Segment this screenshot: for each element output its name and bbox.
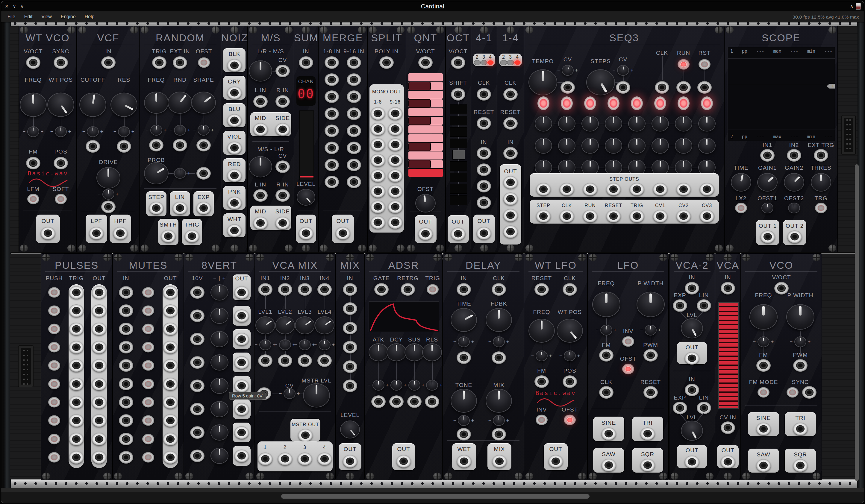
adsr-port[interactable] [371,395,385,408]
seq3-step-led[interactable] [608,96,620,110]
quantizer-keyboard[interactable] [408,73,443,180]
adsr-port[interactable] [407,395,422,408]
vca-mix-port[interactable] [258,283,273,296]
mutes-button[interactable] [142,434,154,444]
wt-vco-port[interactable] [54,56,68,69]
mutes-button[interactable] [142,397,154,408]
black-key-cap[interactable] [408,160,431,168]
wt-lfo-port[interactable] [549,455,563,468]
mutes-port[interactable] [119,378,133,390]
vca-2-knob[interactable] [681,421,703,441]
adsr-button[interactable] [427,284,439,295]
white-key[interactable] [408,108,443,116]
demux-1-4-port[interactable] [503,225,518,238]
m-s-port[interactable] [253,217,268,229]
split-port[interactable] [371,154,385,166]
merge-port[interactable] [347,107,361,120]
8vert-port[interactable] [190,426,205,439]
vca-mix-port[interactable] [318,354,332,367]
merge-port[interactable] [347,73,361,86]
lfo-port[interactable] [644,349,658,362]
pulses-port[interactable] [92,359,106,372]
8vert-knob[interactable] [210,401,229,417]
seq3-step-led[interactable] [654,96,666,110]
wt-lfo-knob[interactable] [529,319,555,343]
pulses-button[interactable] [48,397,60,408]
noiz-port[interactable] [227,169,242,182]
wt-vco-port[interactable] [26,157,41,169]
vca-mix-port[interactable] [298,354,312,367]
adsr-port[interactable] [401,283,415,296]
merge-port[interactable] [347,176,361,188]
vcf-knob[interactable] [79,93,106,117]
pulses-port[interactable] [69,414,83,427]
seq3-knob[interactable] [605,138,622,154]
octave-box[interactable] [450,139,467,148]
random-knob[interactable] [168,92,192,114]
vca-mix-knob[interactable] [255,316,275,334]
white-key[interactable] [408,134,443,142]
seq3-port[interactable] [676,81,691,94]
mix-port[interactable] [343,379,357,392]
vca-mix-port[interactable] [258,453,273,465]
adsr-knob[interactable] [387,343,406,361]
adsr-port[interactable] [389,395,404,408]
seq3-knob[interactable] [651,116,669,132]
vco-port[interactable] [774,282,789,294]
black-key-cap[interactable] [408,99,431,108]
m-s-knob[interactable] [249,60,272,82]
delay-port[interactable] [457,428,471,441]
seq3-port[interactable] [630,183,644,196]
delay-port[interactable] [457,283,471,296]
noiz-port[interactable] [227,86,242,99]
delay-port[interactable] [492,455,507,468]
seq3-port[interactable] [653,183,667,196]
pulses-port[interactable] [92,286,106,299]
split-port[interactable] [379,56,394,69]
octave-box[interactable] [450,161,467,171]
delay-trim-knob[interactable] [493,415,505,426]
m-s-port[interactable] [275,161,290,173]
random-port[interactable] [173,139,187,151]
seq3-port[interactable] [536,183,551,196]
mutes-button[interactable] [142,360,154,371]
m-s-port[interactable] [253,189,268,202]
vco-trim-knob[interactable] [758,336,770,347]
noiz-port[interactable] [227,224,242,237]
mux-4-1-port[interactable] [477,88,491,101]
wt-lfo-port[interactable] [534,283,549,296]
octave-box-selected[interactable] [452,150,465,160]
adsr-port[interactable] [425,395,439,408]
vca-2-port[interactable] [685,384,699,396]
white-key[interactable] [408,73,443,81]
8vert-knob[interactable] [210,354,229,371]
wt-lfo-button[interactable] [564,415,576,425]
lfo-button[interactable] [622,336,634,347]
split-port[interactable] [371,216,385,228]
mutes-port[interactable] [163,323,177,335]
scope-knob[interactable] [731,173,751,191]
mutes-button[interactable] [142,379,154,389]
random-trim-knob[interactable] [174,168,186,179]
mutes-button[interactable] [142,452,154,463]
vco-knob[interactable] [786,304,815,330]
vca-mix-port[interactable] [278,283,292,296]
pulses-port[interactable] [92,414,106,427]
scope-port[interactable] [814,149,828,162]
8vert-knob[interactable] [210,448,229,464]
vcf-knob[interactable] [111,93,137,117]
seq3-knob[interactable] [586,69,615,95]
vco-port[interactable] [793,359,808,372]
8vert-port[interactable] [190,356,205,369]
pulses-button[interactable] [48,415,60,426]
pulses-port[interactable] [69,396,83,409]
mix-port[interactable] [343,302,357,315]
8vert-port[interactable] [190,286,205,299]
vca-mix-port[interactable] [258,354,273,367]
mutes-button[interactable] [142,342,154,353]
seq3-knob[interactable] [698,138,716,154]
8vert-port[interactable] [234,309,249,322]
random-knob[interactable] [144,162,169,184]
pulses-port[interactable] [92,433,106,445]
collapse-icon[interactable]: ∧ [850,3,853,9]
